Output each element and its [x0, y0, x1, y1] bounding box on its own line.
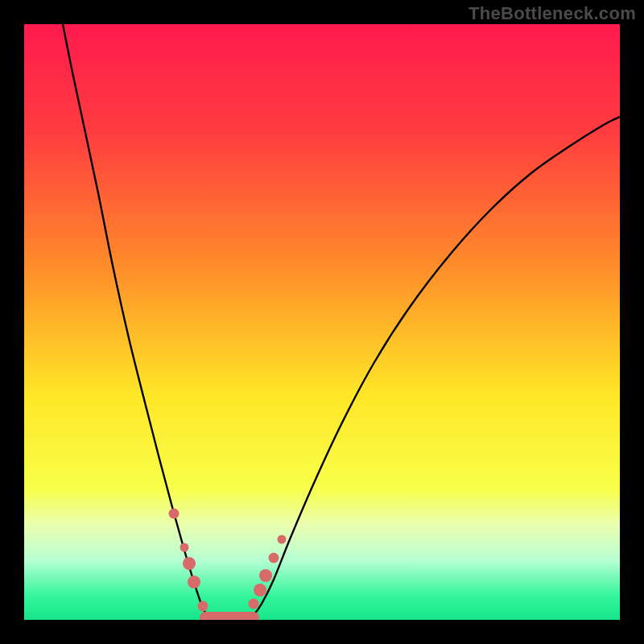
- data-marker: [198, 601, 208, 612]
- curve-layer: [24, 24, 620, 620]
- curve-left: [63, 24, 214, 620]
- curve-right: [246, 117, 620, 620]
- plot-area: [24, 24, 620, 620]
- watermark-text: TheBottleneck.com: [469, 3, 636, 24]
- data-marker: [183, 557, 196, 570]
- data-marker: [188, 576, 200, 588]
- data-marker: [249, 599, 259, 609]
- valley-bar: [200, 612, 259, 620]
- chart-frame: TheBottleneck.com: [0, 0, 644, 644]
- data-marker: [259, 569, 272, 582]
- data-marker: [269, 553, 279, 564]
- data-marker: [278, 535, 287, 544]
- data-marker: [254, 584, 266, 597]
- data-marker: [169, 509, 180, 519]
- data-marker: [180, 543, 189, 552]
